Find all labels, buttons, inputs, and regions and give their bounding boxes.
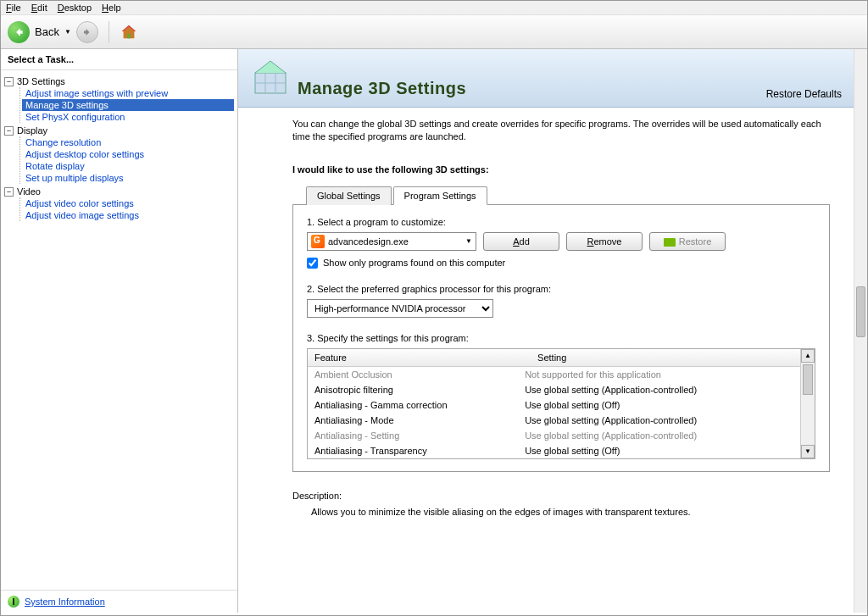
restore-defaults-link[interactable]: Restore Defaults — [766, 88, 842, 100]
program-icon — [311, 235, 325, 248]
program-settings-panel: 1. Select a program to customize: advanc… — [292, 204, 830, 472]
step3-label: 3. Specify the settings for this program… — [307, 333, 815, 343]
menu-desktop[interactable]: Desktop — [58, 3, 92, 13]
tab-global[interactable]: Global Settings — [306, 186, 392, 205]
table-row[interactable]: Antialiasing - ModeUse global setting (A… — [308, 413, 799, 428]
tab-program[interactable]: Program Settings — [393, 186, 487, 205]
tree-item-desktop-color[interactable]: Adjust desktop color settings — [22, 148, 234, 160]
task-header: Select a Task... — [1, 49, 237, 70]
content-scroll-thumb[interactable] — [856, 286, 865, 337]
remove-button[interactable]: Remove — [566, 232, 643, 251]
setting-cell: Use global setting (Application-controll… — [525, 385, 793, 395]
tree-toggle-3d[interactable]: − — [4, 77, 14, 86]
scroll-down-icon[interactable]: ▼ — [801, 445, 815, 458]
tree-item-rotate[interactable]: Rotate display — [22, 160, 234, 172]
info-icon — [8, 596, 19, 608]
processor-select[interactable]: High-performance NVIDIA processor — [307, 299, 493, 318]
step1-label: 1. Select a program to customize: — [307, 217, 815, 227]
setting-cell: Not supported for this application — [525, 369, 793, 380]
menu-file[interactable]: File — [6, 3, 21, 13]
feature-table-scrollbar[interactable]: ▲ ▼ — [800, 349, 815, 458]
scroll-up-icon[interactable]: ▲ — [801, 349, 815, 363]
program-select-value: advancedesign.exe — [328, 236, 465, 247]
setting-cell: Use global setting (Application-controll… — [525, 415, 793, 425]
back-label: Back — [35, 25, 59, 38]
sidebar: Select a Task... −3D Settings Adjust ima… — [1, 49, 238, 613]
toolbar: Back ▼ — [1, 15, 867, 49]
description-text: Allows you to minimize the visible alias… — [311, 506, 830, 519]
show-only-checkbox[interactable] — [307, 258, 318, 269]
setting-col-header[interactable]: Setting — [531, 349, 815, 366]
restore-button[interactable]: Restore — [649, 232, 726, 251]
table-row[interactable]: Antialiasing - TransparencyUse global se… — [308, 443, 799, 458]
feature-cell: Antialiasing - Transparency — [314, 446, 525, 456]
tree-toggle-display[interactable]: − — [4, 126, 14, 136]
feature-cell: Antialiasing - Setting — [314, 430, 525, 441]
tree-item-manage-3d[interactable]: Manage 3D settings — [22, 99, 234, 111]
back-dropdown[interactable]: ▼ — [64, 28, 71, 36]
description-label: Description: — [292, 491, 830, 501]
tree-group-video[interactable]: Video — [17, 186, 41, 197]
system-information-link[interactable]: System Information — [25, 597, 105, 607]
feature-table: Feature Setting Ambient OcclusionNot sup… — [307, 348, 815, 459]
page-icon — [250, 58, 291, 98]
toolbar-divider — [108, 21, 109, 43]
content-pane: Manage 3D Settings Restore Defaults You … — [238, 49, 867, 613]
tree-item-resolution[interactable]: Change resolution — [22, 136, 234, 148]
show-only-label: Show only programs found on this compute… — [323, 258, 505, 268]
page-intro: You can change the global 3D settings an… — [292, 118, 830, 144]
feature-cell: Anisotropic filtering — [314, 385, 525, 395]
system-info-bar: System Information — [1, 590, 237, 613]
feature-col-header[interactable]: Feature — [308, 349, 531, 366]
task-tree: −3D Settings Adjust image settings with … — [1, 70, 237, 590]
table-row[interactable]: Anisotropic filteringUse global setting … — [308, 382, 799, 397]
feature-cell: Ambient Occlusion — [314, 369, 525, 380]
tree-item-adjust-image[interactable]: Adjust image settings with preview — [22, 87, 234, 99]
tree-group-3d[interactable]: 3D Settings — [17, 76, 65, 86]
program-select[interactable]: advancedesign.exe ▼ — [307, 232, 476, 251]
nvidia-icon — [664, 238, 676, 247]
scroll-thumb[interactable] — [803, 364, 813, 395]
tree-item-physx[interactable]: Set PhysX configuration — [22, 111, 234, 123]
section-label: I would like to use the following 3D set… — [292, 164, 830, 175]
feature-cell: Antialiasing - Mode — [314, 415, 525, 425]
forward-button[interactable] — [76, 21, 98, 43]
table-row[interactable]: Antialiasing - SettingUse global setting… — [308, 428, 799, 443]
add-button[interactable]: Add — [483, 232, 559, 251]
setting-cell: Use global setting (Off) — [525, 400, 793, 410]
table-row[interactable]: Antialiasing - Gamma correctionUse globa… — [308, 397, 799, 413]
tree-item-video-color[interactable]: Adjust video color settings — [22, 197, 234, 209]
table-row[interactable]: Ambient OcclusionNot supported for this … — [308, 367, 799, 382]
home-icon[interactable] — [120, 23, 138, 42]
settings-tabs: Global Settings Program Settings — [306, 186, 830, 205]
step2-label: 2. Select the preferred graphics process… — [307, 284, 815, 294]
menu-edit[interactable]: Edit — [31, 3, 47, 13]
menubar: File Edit Desktop Help — [1, 1, 867, 15]
back-button[interactable] — [8, 21, 30, 43]
menu-help[interactable]: Help — [102, 3, 121, 13]
setting-cell: Use global setting (Application-controll… — [525, 430, 793, 441]
svg-rect-0 — [127, 33, 131, 38]
page-title: Manage 3D Settings — [298, 79, 466, 98]
page-header: Manage 3D Settings Restore Defaults — [238, 49, 854, 108]
tree-toggle-video[interactable]: − — [4, 187, 14, 197]
content-scrollbar[interactable] — [854, 49, 867, 613]
tree-item-multi-display[interactable]: Set up multiple displays — [22, 172, 234, 184]
chevron-down-icon: ▼ — [465, 237, 472, 245]
tree-item-video-image[interactable]: Adjust video image settings — [22, 209, 234, 221]
tree-group-display[interactable]: Display — [17, 125, 47, 136]
feature-cell: Antialiasing - Gamma correction — [314, 400, 525, 410]
setting-cell: Use global setting (Off) — [525, 446, 793, 456]
